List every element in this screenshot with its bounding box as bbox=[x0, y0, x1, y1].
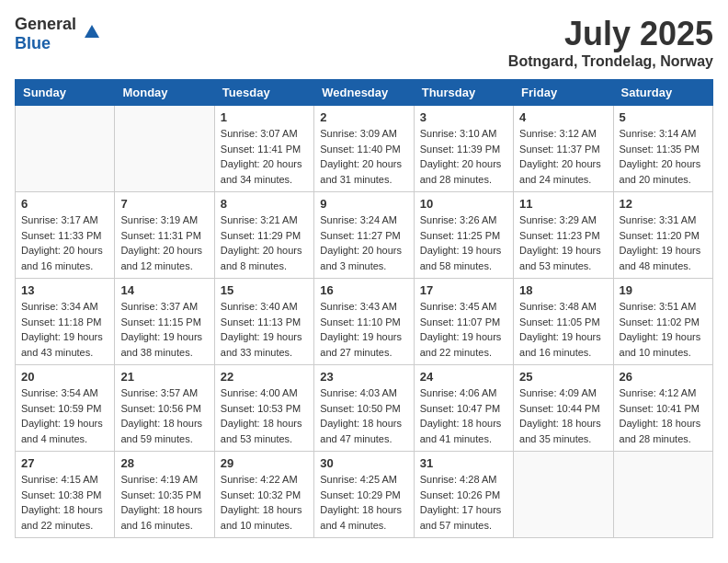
day-number: 1 bbox=[221, 110, 308, 124]
day-info: Sunrise: 4:25 AM Sunset: 10:29 PM Daylig… bbox=[320, 472, 407, 533]
day-info: Sunrise: 3:43 AM Sunset: 11:10 PM Daylig… bbox=[320, 299, 407, 360]
day-info: Sunrise: 3:21 AM Sunset: 11:29 PM Daylig… bbox=[221, 213, 308, 273]
day-number: 23 bbox=[320, 370, 407, 384]
day-info: Sunrise: 4:12 AM Sunset: 10:41 PM Daylig… bbox=[620, 385, 707, 446]
title-block: July 2025 Botngard, Trondelag, Norway bbox=[508, 15, 713, 70]
calendar-cell: 10Sunrise: 3:26 AM Sunset: 11:25 PM Dayl… bbox=[414, 192, 513, 279]
day-number: 27 bbox=[21, 456, 108, 470]
calendar-cell: 24Sunrise: 4:06 AM Sunset: 10:47 PM Dayl… bbox=[414, 365, 513, 452]
logo-triangle-icon bbox=[85, 25, 99, 38]
day-number: 2 bbox=[320, 110, 407, 124]
day-number: 31 bbox=[420, 456, 507, 470]
day-number: 12 bbox=[620, 197, 707, 211]
day-number: 5 bbox=[620, 110, 707, 124]
day-info: Sunrise: 3:07 AM Sunset: 11:41 PM Daylig… bbox=[221, 126, 308, 187]
day-info: Sunrise: 3:40 AM Sunset: 11:13 PM Daylig… bbox=[221, 299, 308, 360]
day-info: Sunrise: 4:28 AM Sunset: 10:26 PM Daylig… bbox=[420, 472, 507, 533]
day-info: Sunrise: 3:19 AM Sunset: 11:31 PM Daylig… bbox=[120, 213, 208, 273]
calendar-cell: 12Sunrise: 3:31 AM Sunset: 11:20 PM Dayl… bbox=[613, 192, 712, 279]
day-info: Sunrise: 3:31 AM Sunset: 11:20 PM Daylig… bbox=[620, 213, 707, 273]
day-info: Sunrise: 3:14 AM Sunset: 11:35 PM Daylig… bbox=[620, 126, 707, 187]
location-title: Botngard, Trondelag, Norway bbox=[508, 53, 713, 70]
calendar-cell: 20Sunrise: 3:54 AM Sunset: 10:59 PM Dayl… bbox=[16, 365, 115, 452]
calendar-cell: 19Sunrise: 3:51 AM Sunset: 11:02 PM Dayl… bbox=[613, 279, 712, 365]
day-number: 21 bbox=[120, 370, 208, 384]
day-info: Sunrise: 3:26 AM Sunset: 11:25 PM Daylig… bbox=[420, 213, 507, 273]
calendar-cell: 16Sunrise: 3:43 AM Sunset: 11:10 PM Dayl… bbox=[314, 279, 414, 365]
calendar-cell bbox=[16, 106, 115, 192]
weekday-header-saturday: Saturday bbox=[613, 80, 712, 106]
calendar-cell: 4Sunrise: 3:12 AM Sunset: 11:37 PM Dayli… bbox=[514, 106, 613, 192]
day-number: 30 bbox=[320, 456, 407, 470]
calendar-cell: 17Sunrise: 3:45 AM Sunset: 11:07 PM Dayl… bbox=[414, 279, 513, 365]
day-number: 20 bbox=[21, 370, 108, 384]
day-info: Sunrise: 3:29 AM Sunset: 11:23 PM Daylig… bbox=[519, 213, 607, 273]
calendar-cell: 2Sunrise: 3:09 AM Sunset: 11:40 PM Dayli… bbox=[314, 106, 414, 192]
calendar-week-row: 20Sunrise: 3:54 AM Sunset: 10:59 PM Dayl… bbox=[16, 365, 713, 452]
day-number: 22 bbox=[221, 370, 308, 384]
calendar-cell bbox=[115, 106, 214, 192]
calendar-cell: 11Sunrise: 3:29 AM Sunset: 11:23 PM Dayl… bbox=[514, 192, 613, 279]
calendar-cell: 30Sunrise: 4:25 AM Sunset: 10:29 PM Dayl… bbox=[314, 452, 414, 538]
day-number: 9 bbox=[320, 197, 407, 211]
day-number: 11 bbox=[519, 197, 607, 211]
day-info: Sunrise: 3:54 AM Sunset: 10:59 PM Daylig… bbox=[21, 385, 108, 446]
calendar-cell: 7Sunrise: 3:19 AM Sunset: 11:31 PM Dayli… bbox=[115, 192, 214, 279]
calendar-cell: 15Sunrise: 3:40 AM Sunset: 11:13 PM Dayl… bbox=[214, 279, 313, 365]
day-number: 3 bbox=[420, 110, 507, 124]
calendar-cell: 18Sunrise: 3:48 AM Sunset: 11:05 PM Dayl… bbox=[514, 279, 613, 365]
calendar-cell: 21Sunrise: 3:57 AM Sunset: 10:56 PM Dayl… bbox=[115, 365, 214, 452]
weekday-header-friday: Friday bbox=[514, 80, 613, 106]
calendar-week-row: 13Sunrise: 3:34 AM Sunset: 11:18 PM Dayl… bbox=[16, 279, 713, 365]
calendar-cell: 5Sunrise: 3:14 AM Sunset: 11:35 PM Dayli… bbox=[613, 106, 712, 192]
calendar-cell: 14Sunrise: 3:37 AM Sunset: 11:15 PM Dayl… bbox=[115, 279, 214, 365]
day-number: 17 bbox=[420, 283, 507, 297]
day-info: Sunrise: 3:48 AM Sunset: 11:05 PM Daylig… bbox=[519, 299, 607, 360]
day-number: 8 bbox=[221, 197, 308, 211]
day-number: 24 bbox=[420, 370, 507, 384]
weekday-header-wednesday: Wednesday bbox=[314, 80, 414, 106]
weekday-header-thursday: Thursday bbox=[414, 80, 513, 106]
day-info: Sunrise: 4:06 AM Sunset: 10:47 PM Daylig… bbox=[420, 385, 507, 446]
day-number: 28 bbox=[120, 456, 208, 470]
day-info: Sunrise: 3:09 AM Sunset: 11:40 PM Daylig… bbox=[320, 126, 407, 187]
logo-blue: Blue bbox=[15, 34, 51, 53]
calendar-cell: 27Sunrise: 4:15 AM Sunset: 10:38 PM Dayl… bbox=[16, 452, 115, 538]
page-header: General Blue July 2025 Botngard, Trondel… bbox=[15, 15, 713, 70]
day-info: Sunrise: 3:34 AM Sunset: 11:18 PM Daylig… bbox=[21, 299, 108, 360]
weekday-header-sunday: Sunday bbox=[16, 80, 115, 106]
calendar-cell: 23Sunrise: 4:03 AM Sunset: 10:50 PM Dayl… bbox=[314, 365, 414, 452]
day-number: 29 bbox=[221, 456, 308, 470]
calendar-cell: 28Sunrise: 4:19 AM Sunset: 10:35 PM Dayl… bbox=[115, 452, 214, 538]
logo-general: General bbox=[15, 15, 76, 34]
calendar-cell: 31Sunrise: 4:28 AM Sunset: 10:26 PM Dayl… bbox=[414, 452, 513, 538]
day-number: 10 bbox=[420, 197, 507, 211]
day-info: Sunrise: 3:12 AM Sunset: 11:37 PM Daylig… bbox=[519, 126, 607, 187]
day-number: 16 bbox=[320, 283, 407, 297]
day-number: 13 bbox=[21, 283, 108, 297]
day-info: Sunrise: 4:19 AM Sunset: 10:35 PM Daylig… bbox=[120, 472, 208, 533]
weekday-header-tuesday: Tuesday bbox=[214, 80, 313, 106]
day-number: 6 bbox=[21, 197, 108, 211]
day-info: Sunrise: 4:22 AM Sunset: 10:32 PM Daylig… bbox=[221, 472, 308, 533]
weekday-header-row: SundayMondayTuesdayWednesdayThursdayFrid… bbox=[16, 80, 713, 106]
day-number: 19 bbox=[620, 283, 707, 297]
day-info: Sunrise: 3:17 AM Sunset: 11:33 PM Daylig… bbox=[21, 213, 108, 273]
calendar-week-row: 27Sunrise: 4:15 AM Sunset: 10:38 PM Dayl… bbox=[16, 452, 713, 538]
calendar-week-row: 6Sunrise: 3:17 AM Sunset: 11:33 PM Dayli… bbox=[16, 192, 713, 279]
day-info: Sunrise: 3:57 AM Sunset: 10:56 PM Daylig… bbox=[120, 385, 208, 446]
calendar-cell bbox=[514, 452, 613, 538]
logo: General Blue bbox=[15, 15, 85, 53]
calendar-cell: 8Sunrise: 3:21 AM Sunset: 11:29 PM Dayli… bbox=[214, 192, 313, 279]
calendar-cell: 26Sunrise: 4:12 AM Sunset: 10:41 PM Dayl… bbox=[613, 365, 712, 452]
weekday-header-monday: Monday bbox=[115, 80, 214, 106]
calendar-cell: 9Sunrise: 3:24 AM Sunset: 11:27 PM Dayli… bbox=[314, 192, 414, 279]
calendar-week-row: 1Sunrise: 3:07 AM Sunset: 11:41 PM Dayli… bbox=[16, 106, 713, 192]
day-info: Sunrise: 3:45 AM Sunset: 11:07 PM Daylig… bbox=[420, 299, 507, 360]
day-number: 26 bbox=[620, 370, 707, 384]
calendar-cell: 6Sunrise: 3:17 AM Sunset: 11:33 PM Dayli… bbox=[16, 192, 115, 279]
day-info: Sunrise: 3:24 AM Sunset: 11:27 PM Daylig… bbox=[320, 213, 407, 273]
day-info: Sunrise: 4:03 AM Sunset: 10:50 PM Daylig… bbox=[320, 385, 407, 446]
calendar-cell bbox=[613, 452, 712, 538]
day-number: 15 bbox=[221, 283, 308, 297]
